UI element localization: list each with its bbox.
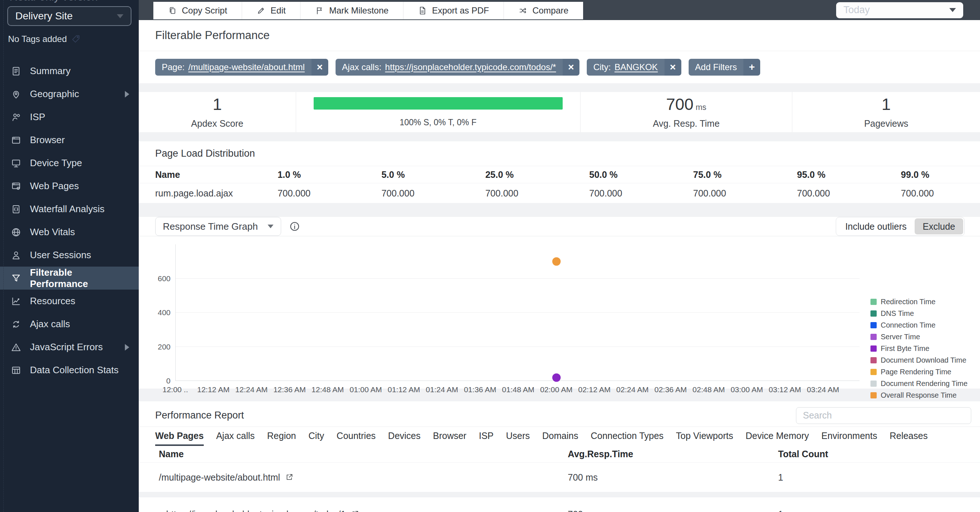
- title-band: Filterable Performance: [139, 20, 980, 51]
- external-link-icon[interactable]: [351, 510, 359, 512]
- apdex-score-label: Apdex Score: [191, 118, 243, 129]
- legend-item-document-download-time[interactable]: Document Download Time: [870, 356, 980, 364]
- sidebar-item-label: User Sessions: [30, 250, 91, 261]
- filter-chip-city[interactable]: City:BANGKOK×: [587, 59, 681, 76]
- sidebar-item-javascript-errors[interactable]: JavaScript Errors: [0, 336, 139, 359]
- sidebar-item-web-pages[interactable]: Web Pages: [0, 175, 139, 197]
- legend-item-dns-time[interactable]: DNS Time: [870, 309, 980, 318]
- x-axis-tick-label: 01:12 AM: [388, 385, 420, 394]
- sidebar-item-summary[interactable]: Summary: [0, 59, 139, 83]
- resources-icon: [11, 296, 21, 306]
- sidebar-item-filterable-performance[interactable]: Filterable Performance: [0, 267, 139, 289]
- report-row-link[interactable]: https://jsonplaceholder.typicode.com/tod…: [166, 509, 346, 512]
- info-icon[interactable]: [289, 221, 300, 232]
- sidebar-item-data-collection-stats[interactable]: Data Collection Stats: [0, 359, 139, 382]
- sidebar-item-user-sessions[interactable]: User Sessions: [0, 243, 139, 267]
- remove-filter-button[interactable]: ×: [312, 59, 328, 76]
- page-load-distribution-table: Name1.0 %5.0 %25.0 %50.0 %75.0 %95.0 %99…: [139, 166, 980, 203]
- remove-filter-button[interactable]: ×: [563, 59, 579, 76]
- tab-countries[interactable]: Countries: [337, 427, 376, 446]
- sidebar-item-web-vitals[interactable]: Web Vitals: [0, 221, 139, 243]
- avg-resp-time-stat: 700ms Avg. Resp. Time: [581, 92, 793, 132]
- sidebar-item-waterfall-analysis[interactable]: Waterfall Analysis: [0, 197, 139, 221]
- legend-label: First Byte Time: [881, 344, 929, 353]
- table-row[interactable]: https://jsonplaceholder.typicode.com/tod…: [139, 498, 980, 512]
- x-axis-tick-label: 12:24 AM: [235, 385, 268, 394]
- legend-item-overall-response-time[interactable]: Overall Response Time: [870, 391, 980, 399]
- tab-top-viewports[interactable]: Top Viewports: [676, 427, 733, 446]
- sidebar-item-browser[interactable]: Browser: [0, 129, 139, 151]
- edit-button[interactable]: Edit: [242, 2, 301, 19]
- tab-region[interactable]: Region: [267, 427, 296, 446]
- sidebar-item-device-type[interactable]: Device Type: [0, 151, 139, 175]
- add-filters-chip[interactable]: Add Filters+: [689, 59, 760, 76]
- document-icon: [11, 66, 21, 76]
- tab-environments[interactable]: Environments: [821, 427, 877, 446]
- x-axis-tick-label: 01:24 AM: [426, 385, 458, 394]
- graph-type-label: Response Time Graph: [163, 221, 268, 232]
- legend-item-server-time[interactable]: Server Time: [870, 333, 980, 341]
- dist-column-header: 1.0 %: [277, 169, 382, 180]
- add-filter-button[interactable]: +: [743, 59, 760, 76]
- site-selector-dropdown[interactable]: Delivery Site: [7, 6, 132, 26]
- exclude-outliers-button[interactable]: Exclude: [915, 218, 963, 234]
- search-input[interactable]: [796, 407, 971, 424]
- table-row[interactable]: /multipage-website/about.html700 ms1: [139, 463, 980, 492]
- dist-column-header: Name: [139, 169, 277, 180]
- globe-icon: [11, 227, 21, 237]
- compare-button[interactable]: Compare: [504, 2, 583, 19]
- sidebar-item-ajax-calls[interactable]: Ajax calls: [0, 313, 139, 336]
- gridline: [176, 312, 859, 313]
- legend-label: Server Time: [881, 333, 920, 341]
- sidebar-item-resources[interactable]: Resources: [0, 289, 139, 313]
- dist-value-cell: 700.000: [382, 188, 485, 199]
- report-avg-resp-cell: 700 ms: [568, 509, 778, 512]
- tab-connection-types[interactable]: Connection Types: [591, 427, 664, 446]
- graph-type-dropdown[interactable]: Response Time Graph: [155, 217, 281, 236]
- legend-item-connection-time[interactable]: Connection Time: [870, 321, 980, 329]
- tab-city[interactable]: City: [309, 427, 324, 446]
- dist-value-cell: 700.000: [485, 188, 589, 199]
- x-axis-tick-label: 03:00 AM: [730, 385, 763, 394]
- tab-releases[interactable]: Releases: [889, 427, 928, 446]
- remove-filter-button[interactable]: ×: [665, 59, 681, 76]
- outliers-toggle: Include outliers Exclude: [836, 217, 965, 236]
- filter-chip-page[interactable]: Page:/multipage-website/about.html×: [155, 59, 328, 76]
- filter-chip-ajax-calls[interactable]: Ajax calls:https://jsonplaceholder.typic…: [336, 59, 579, 76]
- chart-legend: Redirection TimeDNS TimeConnection TimeS…: [870, 236, 980, 403]
- export-as-pdf-button[interactable]: Export as PDF: [404, 2, 504, 19]
- sidebar-item-geographic[interactable]: Geographic: [0, 83, 139, 105]
- tab-domains[interactable]: Domains: [542, 427, 578, 446]
- x-axis-tick-label: 12:00 ..: [162, 385, 188, 394]
- caret-down-icon: [117, 14, 123, 18]
- tab-device-memory[interactable]: Device Memory: [746, 427, 809, 446]
- report-row-link[interactable]: /multipage-website/about.html: [159, 472, 280, 483]
- legend-swatch: [870, 299, 877, 305]
- dist-value-cell: 700.000: [693, 188, 797, 199]
- sidebar: Read-only version Delivery Site No Tags …: [0, 0, 139, 512]
- toolbar: Copy ScriptEditMark MilestoneExport as P…: [153, 2, 583, 19]
- legend-item-document-rendering-time[interactable]: Document Rendering Time: [870, 379, 980, 388]
- isp-icon: [11, 112, 21, 122]
- data-point-first-byte-time[interactable]: [552, 373, 560, 382]
- include-outliers-button[interactable]: Include outliers: [837, 218, 915, 234]
- tab-devices[interactable]: Devices: [388, 427, 421, 446]
- legend-item-first-byte-time[interactable]: First Byte Time: [870, 344, 980, 353]
- date-range-dropdown[interactable]: Today: [836, 2, 963, 18]
- sidebar-item-isp[interactable]: ISP: [0, 105, 139, 129]
- y-axis-tick-label: 0: [154, 377, 170, 385]
- legend-item-redirection-time[interactable]: Redirection Time: [870, 297, 980, 306]
- external-link-icon[interactable]: [285, 473, 293, 481]
- legend-item-page-rendering-time[interactable]: Page Rendering Time: [870, 368, 980, 376]
- tab-ajax-calls[interactable]: Ajax calls: [216, 427, 255, 446]
- tab-browser[interactable]: Browser: [433, 427, 467, 446]
- legend-swatch: [870, 392, 877, 398]
- tab-isp[interactable]: ISP: [479, 427, 493, 446]
- data-point-overall-response-time[interactable]: [552, 257, 560, 266]
- sidebar-item-label: ISP: [30, 111, 45, 123]
- tab-users[interactable]: Users: [506, 427, 530, 446]
- mark-milestone-button[interactable]: Mark Milestone: [301, 2, 404, 19]
- copy-script-button[interactable]: Copy Script: [153, 2, 242, 19]
- tab-web-pages[interactable]: Web Pages: [155, 427, 204, 446]
- toolbar-button-label: Compare: [532, 5, 568, 16]
